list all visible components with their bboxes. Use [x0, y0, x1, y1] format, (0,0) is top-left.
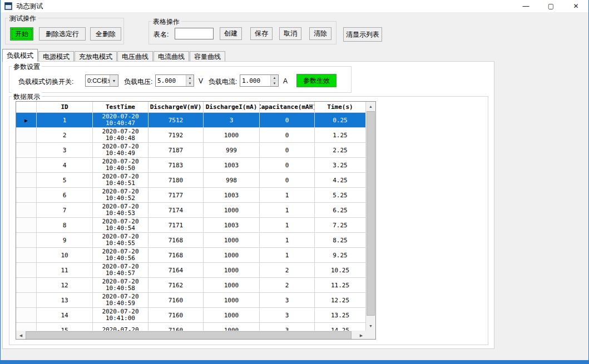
table-cell[interactable]: 0: [260, 143, 315, 158]
apply-parameters-button[interactable]: 参数生效: [296, 74, 336, 87]
table-cell[interactable]: 1003: [204, 158, 260, 173]
table-cell[interactable]: 7160: [149, 308, 204, 323]
row-header-cell[interactable]: [16, 263, 37, 278]
table-cell[interactable]: 7512: [149, 113, 204, 128]
row-header-cell[interactable]: [16, 248, 37, 263]
row-header-cell[interactable]: [16, 128, 37, 143]
table-cell[interactable]: 3.25: [315, 158, 366, 173]
table-cell[interactable]: 1000: [204, 203, 260, 218]
table-cell[interactable]: 2020-07-20 10:40:57: [93, 263, 149, 278]
table-cell[interactable]: 13: [37, 293, 93, 308]
row-header-cell[interactable]: [16, 158, 37, 173]
table-cell[interactable]: 2020-07-20 10:40:50: [93, 158, 149, 173]
table-cell[interactable]: 7174: [149, 203, 204, 218]
column-header-capacitance[interactable]: Capacitance(mAH): [260, 102, 315, 113]
tab-charge-discharge-mode[interactable]: 充放电模式: [75, 51, 117, 62]
table-cell[interactable]: 6: [37, 188, 93, 203]
title-bar[interactable]: 动态测试 — ▢ ✕: [1, 0, 588, 12]
vertical-scrollbar[interactable]: ▲ ▼: [366, 102, 375, 331]
table-cell[interactable]: 7168: [149, 233, 204, 248]
table-name-input[interactable]: [175, 28, 214, 39]
clear-button[interactable]: 清除: [309, 27, 331, 40]
table-row[interactable]: 102020-07-20 10:40:567168100019.25: [16, 248, 366, 263]
table-cell[interactable]: 7.25: [315, 218, 366, 233]
column-header-dischargei[interactable]: DischargeI(mA): [204, 102, 260, 113]
table-cell[interactable]: 7180: [149, 173, 204, 188]
table-row[interactable]: 122020-07-20 10:40:5871621000211.25: [16, 278, 366, 293]
table-cell[interactable]: 7177: [149, 188, 204, 203]
current-row-pointer-icon[interactable]: ▶: [16, 113, 37, 128]
table-cell[interactable]: 9.25: [315, 248, 366, 263]
table-cell[interactable]: 2020-07-20 10:40:51: [93, 173, 149, 188]
taskbar[interactable]: [1, 360, 588, 364]
row-header-cell[interactable]: [16, 293, 37, 308]
table-cell[interactable]: 1: [260, 218, 315, 233]
table-cell[interactable]: 3: [260, 308, 315, 323]
load-current-value[interactable]: 1.000: [240, 75, 270, 86]
table-row[interactable]: 152020-07-2071601000314.25: [16, 323, 366, 331]
table-cell[interactable]: 3: [37, 143, 93, 158]
table-cell[interactable]: 2020-07-20 10:40:54: [93, 218, 149, 233]
table-cell[interactable]: 999: [204, 143, 260, 158]
create-button[interactable]: 创建: [220, 27, 242, 40]
table-cell[interactable]: 2: [260, 278, 315, 293]
row-header-cell[interactable]: [16, 278, 37, 293]
horizontal-scrollbar[interactable]: ◀ ▶: [16, 331, 366, 340]
table-cell[interactable]: 2020-07-20 10:40:58: [93, 278, 149, 293]
table-cell[interactable]: 0: [260, 128, 315, 143]
table-cell[interactable]: 998: [204, 173, 260, 188]
table-row[interactable]: ▶12020-07-20 10:40:477512300.25: [16, 113, 366, 128]
table-cell[interactable]: 11: [37, 263, 93, 278]
table-cell[interactable]: 0: [260, 158, 315, 173]
table-cell[interactable]: 8.25: [315, 233, 366, 248]
table-cell[interactable]: 1000: [204, 293, 260, 308]
table-cell[interactable]: 1000: [204, 263, 260, 278]
maximize-button[interactable]: ▢: [538, 0, 563, 12]
table-cell[interactable]: 3: [260, 323, 315, 331]
column-header-dischargev[interactable]: DischargeV(mV): [149, 102, 204, 113]
tab-current-curve[interactable]: 电流曲线: [154, 51, 189, 62]
table-cell[interactable]: 2020-07-20 10:40:52: [93, 188, 149, 203]
scroll-up-icon[interactable]: ▲: [366, 102, 375, 111]
chevron-down-icon[interactable]: ▼: [110, 75, 118, 86]
table-cell[interactable]: 1.25: [315, 128, 366, 143]
table-cell[interactable]: 10: [37, 248, 93, 263]
table-cell[interactable]: 2020-07-20 10:40:47: [93, 113, 149, 128]
row-header-cell[interactable]: [16, 143, 37, 158]
table-cell[interactable]: 7168: [149, 248, 204, 263]
table-cell[interactable]: 15: [37, 323, 93, 331]
table-cell[interactable]: 14.25: [315, 323, 366, 331]
table-cell[interactable]: 0.25: [315, 113, 366, 128]
table-row[interactable]: 22020-07-20 10:40:487192100001.25: [16, 128, 366, 143]
table-cell[interactable]: 4: [37, 158, 93, 173]
row-header-corner[interactable]: [16, 102, 37, 113]
table-row[interactable]: 142020-07-20 10:41:0071601000313.25: [16, 308, 366, 323]
table-cell[interactable]: 1000: [204, 323, 260, 331]
table-row[interactable]: 52020-07-20 10:40:51718099804.25: [16, 173, 366, 188]
delete-all-button[interactable]: 全删除: [90, 27, 121, 41]
horizontal-scrollbar-thumb[interactable]: [26, 331, 352, 340]
table-cell[interactable]: 2020-07-20 10:41:00: [93, 308, 149, 323]
table-cell[interactable]: 12.25: [315, 293, 366, 308]
table-cell[interactable]: 1: [260, 203, 315, 218]
table-cell[interactable]: 7192: [149, 128, 204, 143]
tab-voltage-curve[interactable]: 电压曲线: [117, 51, 153, 62]
table-cell[interactable]: 1: [260, 248, 315, 263]
table-cell[interactable]: 1000: [204, 248, 260, 263]
spin-down-icon[interactable]: ▼: [271, 81, 278, 87]
table-cell[interactable]: 7162: [149, 278, 204, 293]
close-button[interactable]: ✕: [563, 0, 588, 12]
table-cell[interactable]: 2020-07-20 10:40:48: [93, 128, 149, 143]
column-header-id[interactable]: ID: [37, 102, 93, 113]
table-cell[interactable]: 1000: [204, 233, 260, 248]
table-cell[interactable]: 5: [37, 173, 93, 188]
table-cell[interactable]: 10.25: [315, 263, 366, 278]
data-grid[interactable]: ID TestTime DischargeV(mV) DischargeI(mA…: [16, 101, 376, 340]
column-header-testtime[interactable]: TestTime: [93, 102, 149, 113]
cancel-button[interactable]: 取消: [279, 27, 301, 40]
table-row[interactable]: 92020-07-20 10:40:557168100018.25: [16, 233, 366, 248]
column-header-time[interactable]: Time(s): [315, 102, 366, 113]
table-cell[interactable]: 2020-07-20 10:40:56: [93, 248, 149, 263]
table-cell[interactable]: 7171: [149, 218, 204, 233]
table-cell[interactable]: 14: [37, 308, 93, 323]
